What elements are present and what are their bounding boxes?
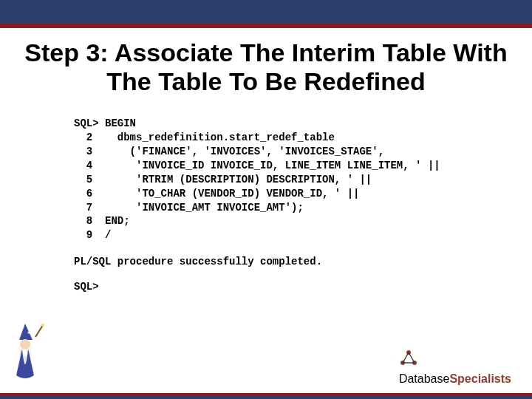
footer-bar (0, 393, 532, 399)
company-logo: DatabaseSpecialists (399, 349, 511, 386)
svg-marker-0 (19, 324, 33, 340)
logo-text-1: Database (399, 372, 450, 385)
svg-line-4 (35, 325, 43, 337)
svg-line-10 (409, 352, 415, 363)
svg-point-5 (41, 324, 44, 327)
slide-title: Step 3: Associate The Interim Table With… (0, 28, 532, 103)
header-bar (0, 0, 532, 28)
logo-icon (399, 349, 418, 368)
sql-prompt: SQL> (74, 281, 532, 293)
logo-text-2: Specialists (449, 372, 511, 385)
svg-point-3 (20, 339, 30, 349)
svg-line-9 (403, 352, 409, 363)
svg-point-1 (20, 329, 22, 331)
svg-point-2 (28, 332, 30, 334)
sql-result: PL/SQL procedure successfully completed. (74, 256, 532, 267)
sql-code-block: SQL> BEGIN 2 dbms_redefinition.start_red… (74, 117, 532, 242)
wizard-illustration (4, 322, 49, 381)
